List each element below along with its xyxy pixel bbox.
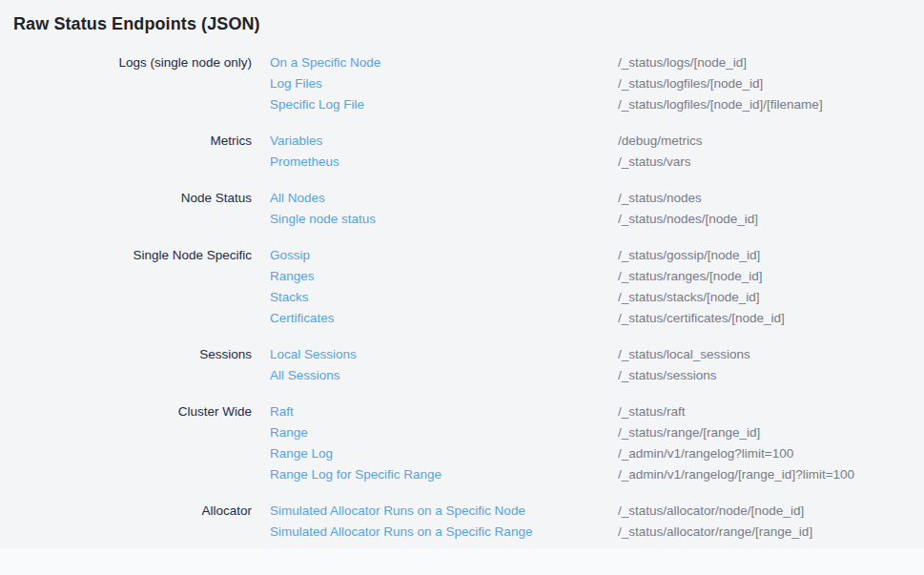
- section-sessions: Sessions Local Sessions /_status/local_s…: [0, 344, 911, 386]
- link-cell: Stacks: [252, 287, 618, 308]
- table-row: Sessions Local Sessions /_status/local_s…: [0, 344, 911, 365]
- endpoint-path: /_status/logfiles/[node_id]: [618, 73, 911, 94]
- endpoint-path: /_status/vars: [618, 152, 911, 173]
- table-row: Range Log /_admin/v1/rangelog?limit=100: [0, 443, 911, 464]
- endpoint-link[interactable]: Specific Log File: [270, 97, 364, 112]
- category-label: Node Status: [0, 188, 252, 209]
- category-label: Sessions: [0, 344, 252, 365]
- table-row: Range Log for Specific Range /_admin/v1/…: [0, 464, 911, 485]
- link-cell: All Sessions: [252, 365, 618, 386]
- category-label: Single Node Specific: [0, 245, 252, 266]
- endpoint-link[interactable]: Raft: [270, 404, 294, 419]
- table-row: Metrics Variables /debug/metrics: [0, 131, 911, 152]
- table-row: Simulated Allocator Runs on a Specific R…: [0, 522, 911, 543]
- endpoint-path: /_admin/v1/rangelog?limit=100: [618, 443, 911, 464]
- table-row: Single Node Specific Gossip /_status/gos…: [0, 245, 911, 266]
- table-row: Node Status All Nodes /_status/nodes: [0, 188, 911, 209]
- endpoint-path: /_status/sessions: [618, 365, 911, 386]
- endpoint-link[interactable]: Simulated Allocator Runs on a Specific N…: [270, 503, 525, 518]
- endpoint-path: /_status/allocator/range/[range_id]: [618, 522, 911, 543]
- endpoint-path: /_status/logfiles/[node_id]/[filename]: [618, 94, 911, 115]
- section-metrics: Metrics Variables /debug/metrics Prometh…: [0, 131, 911, 173]
- endpoint-link[interactable]: Gossip: [270, 248, 310, 262]
- section-single-node-specific: Single Node Specific Gossip /_status/gos…: [0, 245, 911, 329]
- endpoint-path: /_status/nodes: [618, 188, 911, 209]
- endpoint-path: /_status/gossip/[node_id]: [618, 245, 911, 266]
- category-label: Metrics: [0, 131, 252, 152]
- link-cell: Ranges: [252, 266, 618, 287]
- link-cell: Single node status: [252, 209, 618, 230]
- endpoint-path: /_status/raft: [618, 401, 911, 422]
- endpoint-link[interactable]: Single node status: [270, 212, 376, 226]
- link-cell: Log Files: [252, 73, 618, 94]
- section-cluster-wide: Cluster Wide Raft /_status/raft Range /_…: [0, 401, 911, 485]
- endpoint-link[interactable]: Variables: [270, 133, 322, 148]
- endpoint-path: /_status/logs/[node_id]: [618, 52, 911, 73]
- link-cell: All Nodes: [252, 188, 618, 209]
- endpoints-table: Logs (single node only) On a Specific No…: [0, 52, 911, 543]
- link-cell: Range Log: [252, 443, 618, 464]
- table-row: Cluster Wide Raft /_status/raft: [0, 401, 911, 422]
- link-cell: Simulated Allocator Runs on a Specific N…: [252, 501, 618, 522]
- endpoint-link[interactable]: All Nodes: [270, 191, 325, 205]
- link-cell: Range: [252, 422, 618, 443]
- endpoint-path: /_status/local_sessions: [618, 344, 911, 365]
- endpoint-link[interactable]: Ranges: [270, 269, 315, 283]
- endpoint-link[interactable]: Range Log: [270, 446, 333, 461]
- endpoint-link[interactable]: Range Log for Specific Range: [270, 467, 441, 482]
- link-cell: Prometheus: [252, 152, 618, 173]
- endpoint-link[interactable]: Range: [270, 425, 308, 440]
- link-cell: Raft: [252, 401, 618, 422]
- category-label: Logs (single node only): [0, 52, 252, 73]
- endpoint-path: /_status/allocator/node/[node_id]: [618, 501, 911, 522]
- endpoint-link[interactable]: Certificates: [270, 311, 335, 325]
- link-cell: Range Log for Specific Range: [252, 464, 618, 485]
- table-row: Allocator Simulated Allocator Runs on a …: [0, 501, 911, 522]
- link-cell: Variables: [252, 131, 618, 152]
- table-row: Certificates /_status/certificates/[node…: [0, 308, 911, 329]
- table-row: Ranges /_status/ranges/[node_id]: [0, 266, 911, 287]
- table-row: All Sessions /_status/sessions: [0, 365, 911, 386]
- section-allocator: Allocator Simulated Allocator Runs on a …: [0, 501, 911, 543]
- endpoint-link[interactable]: All Sessions: [270, 368, 340, 382]
- endpoint-path: /_status/nodes/[node_id]: [618, 209, 911, 230]
- link-cell: Specific Log File: [252, 94, 618, 115]
- table-row: Stacks /_status/stacks/[node_id]: [0, 287, 911, 308]
- endpoint-link[interactable]: Prometheus: [270, 154, 339, 169]
- link-cell: On a Specific Node: [252, 52, 618, 73]
- section-node-status: Node Status All Nodes /_status/nodes Sin…: [0, 188, 911, 230]
- link-cell: Simulated Allocator Runs on a Specific R…: [252, 522, 618, 543]
- category-label: Cluster Wide: [0, 401, 252, 422]
- table-row: Range /_status/range/[range_id]: [0, 422, 911, 443]
- endpoint-link[interactable]: Simulated Allocator Runs on a Specific R…: [270, 524, 532, 539]
- endpoint-path: /_status/certificates/[node_id]: [618, 308, 911, 329]
- endpoint-path: /_status/stacks/[node_id]: [618, 287, 911, 308]
- endpoint-path: /debug/metrics: [618, 131, 911, 152]
- table-row: Log Files /_status/logfiles/[node_id]: [0, 73, 911, 94]
- raw-status-endpoints-page: Raw Status Endpoints (JSON) Logs (single…: [0, 0, 924, 543]
- page-title: Raw Status Endpoints (JSON): [13, 12, 911, 35]
- table-row: Logs (single node only) On a Specific No…: [0, 52, 911, 73]
- link-cell: Gossip: [252, 245, 618, 266]
- page-bottom-edge: [0, 548, 924, 575]
- endpoint-path: /_status/ranges/[node_id]: [618, 266, 911, 287]
- endpoint-link[interactable]: Stacks: [270, 290, 309, 304]
- table-row: Prometheus /_status/vars: [0, 152, 911, 173]
- table-row: Specific Log File /_status/logfiles/[nod…: [0, 94, 911, 115]
- link-cell: Local Sessions: [252, 344, 618, 365]
- endpoint-link[interactable]: On a Specific Node: [270, 55, 380, 70]
- endpoint-path: /_admin/v1/rangelog/[range_id]?limit=100: [618, 464, 911, 485]
- endpoint-link[interactable]: Local Sessions: [270, 347, 357, 361]
- endpoint-path: /_status/range/[range_id]: [618, 422, 911, 443]
- link-cell: Certificates: [252, 308, 618, 329]
- section-logs: Logs (single node only) On a Specific No…: [0, 52, 911, 115]
- category-label: Allocator: [0, 501, 252, 522]
- endpoint-link[interactable]: Log Files: [270, 76, 322, 91]
- table-row: Single node status /_status/nodes/[node_…: [0, 209, 911, 230]
